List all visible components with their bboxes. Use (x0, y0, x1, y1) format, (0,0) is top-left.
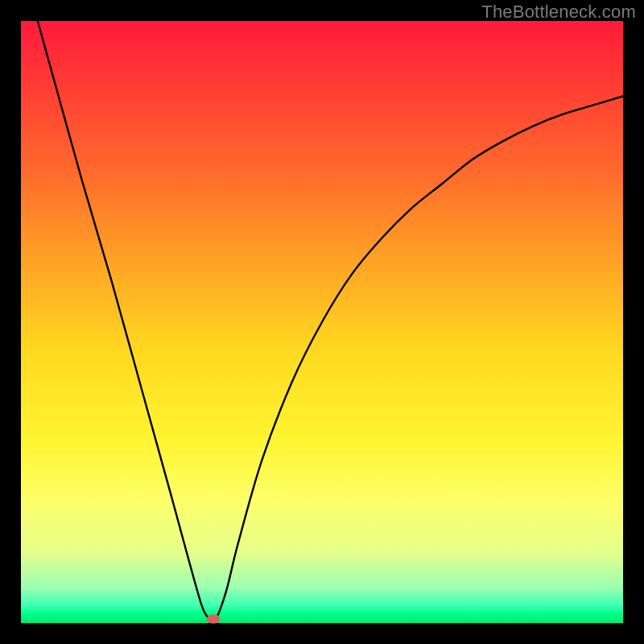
plot-area (21, 21, 623, 623)
watermark-text: TheBottleneck.com (481, 2, 636, 23)
bottleneck-curve (21, 21, 623, 623)
chart-frame: TheBottleneck.com (0, 0, 644, 644)
optimal-marker (207, 614, 220, 623)
